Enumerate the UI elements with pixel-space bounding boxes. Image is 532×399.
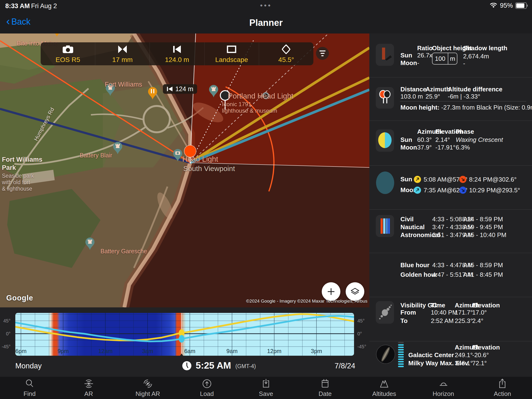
back-label: Back: [11, 17, 30, 27]
distance-header: Distance: [400, 86, 426, 93]
tab-ar[interactable]: AR: [59, 377, 118, 399]
elevation-header: Elevation: [472, 344, 500, 351]
tab-night-ar[interactable]: Night AR: [118, 377, 177, 399]
elevation-tick: 0°: [357, 331, 362, 336]
tab-find[interactable]: Find: [0, 377, 59, 399]
camera-model-label: EOS R5: [56, 56, 80, 64]
status-right: 95%: [489, 2, 527, 9]
hour-tick: 6pm: [15, 348, 26, 354]
add-pin-button[interactable]: [322, 282, 340, 301]
nautical-label: Nautical: [400, 223, 424, 231]
tab-bar: Find AR Night AR Load Save: [0, 377, 532, 399]
focus-distance-cell[interactable]: 124.0 m: [150, 42, 204, 65]
tab-action[interactable]: Action: [473, 377, 532, 399]
divider: [400, 101, 526, 101]
map-tools-button[interactable]: [316, 47, 329, 60]
fov-cell[interactable]: 45.5°: [259, 42, 313, 65]
twilights-section[interactable]: Civil 4:33 - 5:08 AM 8:24 - 8:59 PM Naut…: [369, 209, 532, 253]
moonset-value: 10:29 PM@293.5°: [459, 186, 520, 194]
map-label: Battery Blair: [80, 152, 112, 159]
azimuth-value: 25.9°: [425, 93, 440, 100]
map-canvas[interactable]: Bite into MaineFort WilliamsBattery Blai…: [0, 33, 369, 307]
golden-hour-pm: 7:41 - 8:45 PM: [462, 271, 503, 279]
sun-azimuth: 60.3°: [417, 136, 432, 144]
blue-hour-pm: 8:45 - 8:59 PM: [462, 261, 503, 269]
sun-label: Sun: [400, 52, 412, 59]
focal-length-label: 17 mm: [112, 56, 133, 64]
position-section[interactable]: Azimuth Elevation Phase Sun 60.3° 2.14° …: [369, 120, 532, 165]
plus-icon: [326, 287, 336, 296]
map-label: & lighthouse: [2, 186, 32, 192]
page-title: Planner: [0, 18, 532, 28]
tab-altitudes[interactable]: Altitudes: [355, 377, 414, 399]
tab-save[interactable]: Save: [236, 377, 295, 399]
battery-pin: [85, 238, 95, 250]
twilight-icon: [376, 215, 394, 237]
tab-load[interactable]: Load: [177, 377, 236, 399]
lines-icon: [319, 51, 326, 51]
gc-visibility-section[interactable]: Visibility GC Time Azimuth Elevation Fro…: [369, 297, 532, 341]
hours-section[interactable]: Blue hour 4:33 - 4:47 AM 8:45 - 8:59 PM …: [369, 253, 532, 297]
orientation-label: Landscape: [215, 56, 248, 64]
map-label: Park: [2, 164, 16, 171]
to-time: 2:52 AM: [431, 317, 454, 325]
shadow-length-header: Shadow length: [463, 44, 507, 52]
map-attribution: ©2024 Google - Imagery ©2024 Maxar Techn…: [246, 298, 367, 304]
astronomical-pm: 9:45 - 10:40 PM: [462, 231, 507, 239]
battery-percent: 95%: [500, 2, 513, 9]
selected-date[interactable]: 7/8/24: [330, 362, 355, 370]
from-elevation: 17.0°: [472, 309, 487, 316]
hour-tick: 6am: [184, 348, 196, 354]
shadow-section[interactable]: Ratio Object height Shadow length Sun Mo…: [369, 33, 532, 77]
hour-tick: 12am: [98, 348, 112, 354]
camera-model-cell[interactable]: EOS R5: [41, 42, 95, 65]
map-label: Portland Head Light: [228, 92, 293, 101]
object-height-value[interactable]: 100: [432, 53, 448, 64]
fov-label: 45.5°: [279, 56, 294, 64]
multitask-dots[interactable]: •••: [0, 1, 532, 10]
map-label: South Viewpoint: [183, 165, 235, 173]
altitude-difference-value: -6m | -3.33°: [448, 93, 480, 100]
map-label: Fort Williams: [105, 81, 142, 88]
status-bar: 8:33 AM Fri Aug 2 ••• 95%: [0, 0, 532, 12]
ar-icon: [83, 378, 94, 389]
map-label: Iconic 1791: [222, 101, 251, 108]
moon-azimuth: 37.9°: [417, 144, 432, 151]
from-azimuth: 171.7°: [455, 309, 473, 316]
from-time: 10:40 PM: [431, 309, 457, 316]
map-label: Battery Garesche: [101, 248, 147, 255]
map-label: Seaside park: [2, 173, 34, 179]
map-layers-button[interactable]: [346, 282, 364, 301]
riseset-section[interactable]: Sun 5:08 AM@57.2° 8:24 PM@302.6° Moon 7:…: [369, 165, 532, 209]
golden-hour-label: Golden hour: [400, 271, 437, 279]
to-label: To: [400, 317, 408, 325]
nav-bar: Planner ‹ Back: [0, 12, 532, 33]
save-icon: [260, 378, 272, 389]
tab-date[interactable]: Date: [296, 377, 355, 399]
focus-distance-icon: [167, 86, 173, 92]
time-header: Time: [431, 302, 445, 309]
phase-header: Phase: [456, 128, 474, 135]
wifi-icon: [489, 3, 498, 9]
gc-elevation: -20.6°: [472, 351, 489, 359]
focal-length-cell[interactable]: 17 mm: [95, 42, 150, 65]
pins-section[interactable]: Distance Azimuth Altitude difference 103…: [369, 77, 532, 121]
distance-value: 103.0 m: [400, 93, 423, 100]
hour-tick: 12pm: [267, 348, 281, 354]
back-button[interactable]: ‹ Back: [6, 17, 30, 27]
tab-horizon[interactable]: Horizon: [414, 377, 473, 399]
blue-hour-label: Blue hour: [400, 261, 429, 269]
mw-azimuth: 346.1°: [455, 360, 473, 367]
clock-icon: [182, 361, 192, 371]
to-azimuth: 225.3°: [455, 317, 473, 325]
selected-time[interactable]: 5:25 AM: [196, 360, 231, 371]
moon-phase-name: Waxing Crescent: [456, 136, 503, 144]
hour-tick: 9pm: [58, 348, 69, 354]
hour-tick: 3pm: [311, 348, 322, 354]
moon-elevation: -17.91°: [435, 144, 456, 151]
orientation-cell[interactable]: Landscape: [204, 42, 259, 65]
object-height-input[interactable]: 100 m: [432, 53, 457, 65]
hour-tick: 9am: [227, 348, 238, 354]
galactic-center-section[interactable]: Azimuth Elevation Galactic Center 249.1°…: [369, 341, 532, 377]
camera-body-icon: [61, 44, 75, 55]
